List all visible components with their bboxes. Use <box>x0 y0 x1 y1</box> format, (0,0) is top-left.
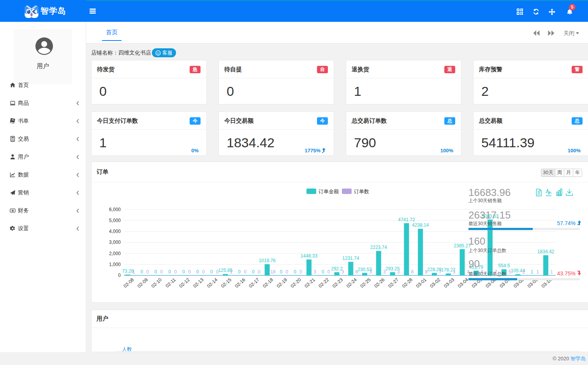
svg-text:02-14: 02-14 <box>206 277 218 289</box>
svg-text:18: 18 <box>270 269 276 275</box>
svg-text:0: 0 <box>327 269 330 275</box>
svg-text:90: 90 <box>468 258 480 270</box>
svg-text:554.5: 554.5 <box>498 263 510 268</box>
svg-text:02-27: 02-27 <box>387 277 400 289</box>
svg-text:02-17: 02-17 <box>248 277 260 289</box>
svg-text:0: 0 <box>216 269 219 275</box>
svg-text:3: 3 <box>313 269 316 275</box>
svg-text:02-09: 02-09 <box>136 277 149 289</box>
svg-text:02-11: 02-11 <box>164 277 177 289</box>
svg-text:26317.15: 26317.15 <box>468 209 511 221</box>
svg-text:3: 3 <box>383 269 386 275</box>
svg-text:3: 3 <box>369 269 372 275</box>
svg-text:1: 1 <box>536 269 539 275</box>
svg-text:3,000: 3,000 <box>109 240 121 245</box>
svg-text:1: 1 <box>550 269 553 275</box>
svg-text:02-20: 02-20 <box>290 277 302 289</box>
svg-text:1231.74: 1231.74 <box>342 256 359 261</box>
svg-text:4,000: 4,000 <box>109 229 121 234</box>
svg-text:1834.42: 1834.42 <box>537 249 555 254</box>
svg-text:0: 0 <box>322 269 324 275</box>
svg-text:2,000: 2,000 <box>109 251 121 256</box>
svg-text:4741.72: 4741.72 <box>398 217 415 222</box>
svg-text:0: 0 <box>155 269 157 275</box>
svg-text:02-13: 02-13 <box>192 277 204 289</box>
svg-text:2: 2 <box>523 269 525 275</box>
svg-text:8: 8 <box>425 269 428 275</box>
svg-text:0: 0 <box>244 269 246 275</box>
svg-text:02-23: 02-23 <box>331 277 344 289</box>
svg-text:0: 0 <box>182 269 185 275</box>
svg-text:0: 0 <box>238 269 241 275</box>
svg-text:03-02: 03-02 <box>429 277 441 289</box>
svg-text:02-22: 02-22 <box>317 277 330 289</box>
svg-text:02-24: 02-24 <box>345 277 358 289</box>
svg-text:2223.74: 2223.74 <box>370 245 387 250</box>
svg-text:02-25: 02-25 <box>359 277 371 289</box>
svg-text:02-18: 02-18 <box>262 277 274 289</box>
svg-text:43.75%: 43.75% <box>557 270 576 277</box>
svg-text:02-10: 02-10 <box>150 277 163 289</box>
svg-text:02-28: 02-28 <box>401 277 414 289</box>
svg-text:0: 0 <box>146 269 149 275</box>
svg-text:1: 1 <box>230 269 232 275</box>
svg-text:03-03: 03-03 <box>443 277 455 289</box>
svg-text:02-21: 02-21 <box>303 277 316 289</box>
svg-text:0: 0 <box>294 269 296 275</box>
svg-text:03-04: 03-04 <box>457 277 469 289</box>
svg-text:最近30天销售额: 最近30天销售额 <box>468 221 502 226</box>
svg-text:02-12: 02-12 <box>178 277 190 289</box>
svg-text:1,000: 1,000 <box>109 262 121 267</box>
svg-text:160: 160 <box>468 235 485 247</box>
svg-text:0: 0 <box>252 269 255 275</box>
svg-text:1: 1 <box>132 269 135 275</box>
svg-text:57.74%: 57.74% <box>557 220 576 226</box>
svg-text:5: 5 <box>509 269 511 275</box>
svg-text:16683.96: 16683.96 <box>468 187 511 198</box>
svg-text:0: 0 <box>280 269 283 275</box>
svg-text:订单数: 订单数 <box>354 189 369 194</box>
svg-text:0: 0 <box>188 269 191 275</box>
svg-text:上个30天订单总数: 上个30天订单总数 <box>468 248 506 253</box>
svg-text:6: 6 <box>355 269 358 275</box>
svg-text:0: 0 <box>141 269 143 275</box>
svg-text:02-26: 02-26 <box>373 277 386 289</box>
svg-text:0: 0 <box>286 269 289 275</box>
svg-text:0: 0 <box>168 269 171 275</box>
svg-text:0: 0 <box>160 269 163 275</box>
svg-text:0: 0 <box>196 269 199 275</box>
svg-text:7: 7 <box>439 269 442 275</box>
svg-text:0: 0 <box>118 273 121 278</box>
svg-text:0: 0 <box>174 269 177 275</box>
svg-text:0: 0 <box>12 209 13 212</box>
svg-text:0: 0 <box>258 269 261 275</box>
svg-text:最近30天订单总数: 最近30天订单总数 <box>468 271 506 277</box>
svg-text:1018.76: 1018.76 <box>259 258 276 263</box>
svg-text:5,000: 5,000 <box>109 218 121 223</box>
svg-text:02-16: 02-16 <box>234 277 246 289</box>
svg-text:上个30天销售额: 上个30天销售额 <box>468 198 502 203</box>
svg-text:3: 3 <box>453 269 456 275</box>
svg-text:4238.14: 4238.14 <box>412 222 429 228</box>
svg-text:0: 0 <box>202 269 205 275</box>
svg-text:6,000: 6,000 <box>109 207 121 212</box>
svg-text:03-01: 03-01 <box>415 277 428 289</box>
svg-text:1: 1 <box>530 269 533 275</box>
svg-text:02-19: 02-19 <box>276 277 288 289</box>
svg-text:0: 0 <box>210 269 213 275</box>
svg-text:订单金额: 订单金额 <box>319 189 339 194</box>
svg-text:8: 8 <box>411 269 414 275</box>
svg-text:3: 3 <box>342 269 344 275</box>
svg-text:1448.33: 1448.33 <box>301 253 318 259</box>
svg-text:3: 3 <box>397 269 400 275</box>
svg-text:02-08: 02-08 <box>122 277 135 289</box>
svg-text:0: 0 <box>299 269 302 275</box>
svg-text:02-15: 02-15 <box>220 277 232 289</box>
